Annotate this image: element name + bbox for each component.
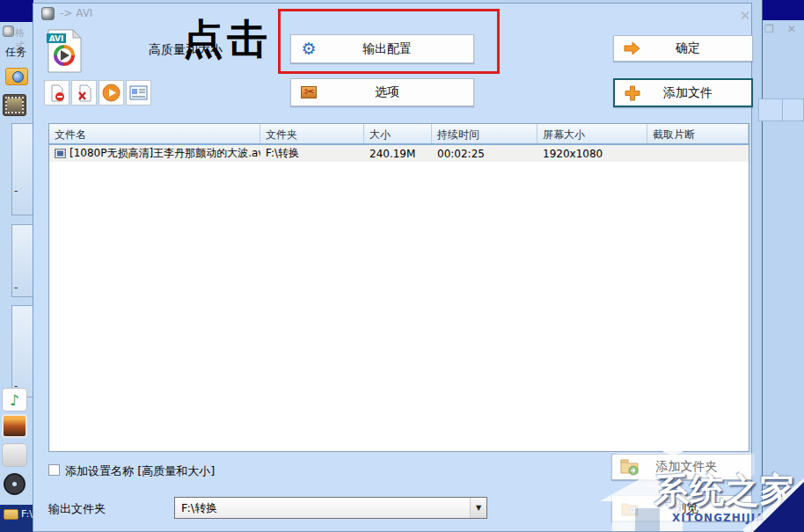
- play-preview-button[interactable]: [99, 80, 124, 106]
- table-row[interactable]: [1080P无损高清]王李丹那颤动的大波.avi F:\转换 240.19M 0…: [49, 145, 749, 162]
- tasks-label: 任务: [5, 45, 26, 60]
- clip-options-icon: [299, 83, 318, 102]
- cell-screensize: 1920x1080: [537, 148, 647, 160]
- main-window-titlebar-fragment: [763, 0, 804, 20]
- picture-section-icon[interactable]: [2, 414, 27, 438]
- column-header-screensize[interactable]: 屏幕大小: [537, 124, 647, 143]
- add-file-label: 添加文件: [642, 85, 751, 101]
- panel-dash: -: [14, 185, 18, 197]
- status-bar: F:\: [0, 505, 33, 532]
- status-path: F:\: [21, 508, 33, 520]
- cell-size: 240.19M: [364, 148, 432, 160]
- chevron-down-icon[interactable]: ▼: [470, 498, 486, 518]
- browse-button[interactable]: 浏览: [611, 495, 752, 521]
- column-header-size[interactable]: 大小: [364, 124, 432, 143]
- ok-label: 确定: [641, 40, 752, 56]
- output-folder-value: F:\转换: [175, 500, 470, 516]
- options-button[interactable]: 选项: [290, 78, 474, 106]
- column-header-clip[interactable]: 截取片断: [647, 124, 749, 143]
- file-table-header: 文件名 文件夹 大小 持续时间 屏幕大小 截取片断: [49, 124, 749, 145]
- task-folder-icon[interactable]: [5, 68, 28, 85]
- dialog-title: -> AVI: [60, 7, 92, 19]
- append-setting-checkbox[interactable]: [48, 464, 60, 476]
- red-highlight-annotation: [278, 9, 500, 74]
- video-file-icon: [55, 148, 66, 159]
- dialog-app-icon: [41, 7, 55, 20]
- play-icon: [102, 84, 121, 102]
- status-folder-icon: [4, 509, 18, 520]
- main-window-sidebar: 格式 任务 - - - ♪ F:\: [0, 22, 33, 532]
- add-folder-label: 添加文件夹: [640, 459, 751, 475]
- column-header-folder[interactable]: 文件夹: [260, 124, 364, 143]
- arrow-right-icon: [622, 39, 641, 58]
- column-header-filename[interactable]: 文件名: [49, 124, 260, 143]
- clear-list-button[interactable]: [71, 80, 97, 106]
- add-folder-icon: [620, 457, 640, 477]
- info-icon: [129, 85, 148, 100]
- output-folder-label: 输出文件夹: [48, 501, 106, 517]
- window-border-line: [762, 0, 763, 532]
- audio-section-icon[interactable]: ♪: [2, 388, 27, 412]
- remove-file-icon: [48, 84, 66, 102]
- media-info-button[interactable]: [126, 80, 151, 106]
- panel-dash: -: [14, 281, 18, 294]
- rom-device-icon[interactable]: [2, 443, 27, 467]
- ok-button[interactable]: 确定: [613, 35, 753, 62]
- add-file-button[interactable]: 添加文件: [613, 78, 753, 107]
- cell-filename: [1080P无损高清]王李丹那颤动的大波.avi: [49, 146, 260, 161]
- options-label: 选项: [318, 84, 473, 100]
- click-annotation-text: 点击: [183, 12, 271, 67]
- avi-filetype-icon: AVI: [46, 29, 83, 77]
- background-table-header-fragment: [758, 98, 804, 121]
- convert-to-avi-dialog: -> AVI ✕ AVI 高质量和大小 点击: [33, 3, 752, 532]
- column-header-duration[interactable]: 持续时间: [432, 124, 537, 143]
- cell-duration: 00:02:25: [432, 148, 537, 160]
- film-reel-icon[interactable]: [2, 472, 27, 496]
- cell-folder: F:\转换: [260, 146, 364, 161]
- main-window-titlebar-corner: [0, 0, 33, 22]
- dialog-close-button[interactable]: ✕: [737, 8, 753, 24]
- file-list-panel[interactable]: 文件名 文件夹 大小 持续时间 屏幕大小 截取片断 [1080P无损高清]王李丹…: [48, 123, 749, 452]
- output-folder-dropdown[interactable]: F:\转换 ▼: [174, 497, 487, 519]
- clear-list-icon: [76, 84, 93, 102]
- browse-label: 浏览: [640, 500, 751, 516]
- append-setting-label: 添加设置名称 [高质量和大小]: [65, 463, 215, 479]
- sidebar-panel[interactable]: [11, 123, 33, 215]
- add-folder-button[interactable]: 添加文件夹: [611, 454, 752, 480]
- app-logo-icon: [3, 26, 14, 37]
- close-main-window-button[interactable]: ✕: [787, 23, 796, 35]
- main-window-right-edge: ❐ ✕: [752, 0, 804, 532]
- video-section-icon[interactable]: [3, 94, 26, 116]
- restore-window-button[interactable]: ❐: [764, 23, 774, 35]
- plus-icon: [623, 84, 642, 103]
- browse-folder-icon: [620, 499, 640, 518]
- remove-file-button[interactable]: [44, 80, 69, 106]
- svg-text:AVI: AVI: [49, 34, 64, 43]
